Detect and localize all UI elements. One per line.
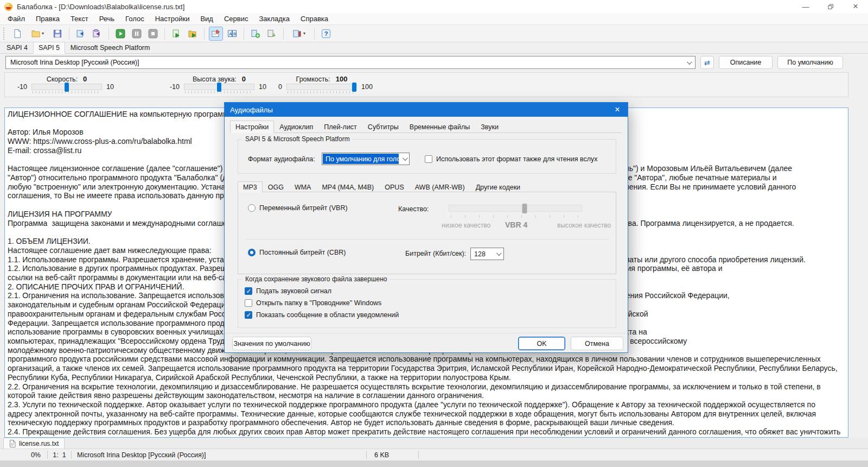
dialog-tab-2[interactable]: Плей-лист bbox=[318, 121, 362, 132]
sapi-format-group-title: SAPI 5 & Microsoft Speech Platform bbox=[242, 135, 353, 143]
menu-item-4[interactable]: Голос bbox=[120, 15, 150, 23]
cbr-radio[interactable] bbox=[248, 249, 256, 256]
checkbox[interactable] bbox=[245, 311, 252, 319]
menu-item-5[interactable]: Настройки bbox=[150, 15, 195, 23]
split-and-convert-icon bbox=[92, 29, 102, 39]
new-file-button[interactable] bbox=[10, 27, 24, 41]
pause-icon bbox=[132, 29, 142, 39]
status-progress: 0% bbox=[0, 451, 48, 459]
quality-label: Качество: bbox=[398, 205, 429, 213]
checkbox[interactable] bbox=[245, 299, 252, 307]
menu-item-7[interactable]: Сервис bbox=[219, 15, 254, 23]
on-complete-checkbox-row-0[interactable]: Подать звуковой сигнал bbox=[245, 287, 399, 295]
vbr-radio-row[interactable]: Переменный битрейт (VBR) bbox=[248, 204, 348, 212]
pitch-slider-thumb[interactable] bbox=[217, 83, 221, 92]
cancel-button[interactable]: Отмена bbox=[571, 337, 623, 350]
pitch-label: Высота звука: bbox=[193, 75, 237, 83]
quality-slider[interactable] bbox=[449, 205, 582, 212]
play-button[interactable] bbox=[113, 27, 127, 41]
use-format-checkbox[interactable] bbox=[425, 155, 432, 163]
codec-tab-4[interactable]: OPUS bbox=[379, 182, 409, 192]
read-clipboard-button[interactable] bbox=[169, 27, 183, 41]
volume-label: Громкость: bbox=[296, 75, 330, 83]
vbr-radio[interactable] bbox=[248, 204, 256, 212]
on-complete-checkbox-row-1[interactable]: Открыть папку в "Проводнике" Windows bbox=[245, 299, 399, 307]
add-to-dictionary-button[interactable] bbox=[248, 27, 263, 41]
dialog-tab-0[interactable]: Настройки bbox=[230, 121, 274, 133]
use-format-checkbox-row[interactable]: Использовать этот формат также для чтени… bbox=[425, 155, 597, 163]
dialog-close-button[interactable]: × bbox=[607, 103, 628, 117]
voice-selector-icon bbox=[292, 29, 302, 39]
menu-item-3[interactable]: Речь bbox=[94, 15, 120, 23]
codec-tab-6[interactable]: Другие кодеки bbox=[470, 182, 526, 192]
audio-files-settings-button[interactable] bbox=[209, 27, 223, 41]
menu-item-0[interactable]: Файл bbox=[2, 15, 30, 23]
dialog-tab-4[interactable]: Временные файлы bbox=[404, 121, 476, 132]
codec-tab-5[interactable]: AWB (AMR-WB) bbox=[410, 182, 470, 192]
volume-slider[interactable] bbox=[286, 84, 357, 90]
convert-files-button[interactable] bbox=[186, 27, 200, 41]
dialog-tab-5[interactable]: Звуки bbox=[475, 121, 504, 132]
speed-slider[interactable] bbox=[31, 84, 102, 90]
codec-tab-0[interactable]: MP3 bbox=[238, 181, 263, 193]
menu-item-6[interactable]: Вид bbox=[195, 15, 219, 23]
engine-tab-1[interactable]: SAPI 5 bbox=[33, 42, 65, 54]
menu-item-2[interactable]: Текст bbox=[65, 15, 94, 23]
pitch-slider[interactable] bbox=[184, 84, 254, 90]
audio-format-combobox[interactable]: По умолчанию для голоса bbox=[322, 153, 410, 165]
quality-high-label: высокое качество bbox=[557, 222, 611, 229]
on-complete-group-title: Когда сохранение звукового файла заверше… bbox=[242, 275, 390, 283]
checkbox[interactable] bbox=[245, 287, 252, 295]
menu-item-8[interactable]: Закладка bbox=[253, 15, 295, 23]
toolbar-separator bbox=[204, 28, 205, 40]
restore-button[interactable] bbox=[818, 0, 843, 13]
open-file-button[interactable]: ▾ bbox=[27, 27, 48, 41]
on-complete-checkbox-row-2[interactable]: Показать сообщение в области уведомлений bbox=[245, 311, 399, 319]
quality-slider-thumb[interactable] bbox=[522, 204, 527, 213]
voice-description-button[interactable]: Описание bbox=[719, 56, 773, 69]
close-button[interactable]: × bbox=[843, 0, 868, 13]
speed-slider-group: Скорость:0 -10 10 bbox=[9, 74, 124, 93]
split-and-convert-button[interactable] bbox=[90, 27, 104, 41]
dictionary-button[interactable]: AB bbox=[225, 27, 239, 41]
codec-tab-2[interactable]: WMA bbox=[289, 182, 317, 192]
toolbar-grip[interactable] bbox=[3, 28, 6, 40]
engine-tab-2[interactable]: Microsoft Speech Platform bbox=[65, 42, 156, 53]
dialog-tab-1[interactable]: Аудиоклип bbox=[274, 121, 318, 132]
dialog-title-bar[interactable]: Аудиофайлы × bbox=[225, 103, 628, 117]
dialog-buttons: Значения по умолчанию OK Отмена bbox=[232, 337, 623, 351]
speed-max-label: 10 bbox=[106, 84, 120, 91]
codec-tab-1[interactable]: OGG bbox=[263, 182, 289, 192]
stop-button[interactable] bbox=[146, 27, 160, 41]
refresh-voices-button[interactable]: ⇄ bbox=[700, 56, 714, 69]
read-clipboard-icon bbox=[171, 29, 181, 39]
export-dictionary-button[interactable] bbox=[265, 27, 279, 41]
document-tab[interactable]: license.rus.txt bbox=[3, 438, 65, 449]
voice-combobox[interactable]: Microsoft Irina Desktop [Русский (Россия… bbox=[5, 56, 695, 69]
minimize-button[interactable]: — bbox=[793, 0, 818, 13]
pause-button[interactable] bbox=[130, 27, 144, 41]
ok-button[interactable]: OK bbox=[518, 337, 565, 350]
engine-tab-0[interactable]: SAPI 4 bbox=[1, 42, 33, 53]
toolbar-separator bbox=[244, 28, 244, 40]
dialog-title: Аудиофайлы bbox=[230, 106, 273, 114]
menu-item-9[interactable]: Справка bbox=[295, 15, 334, 23]
bitrate-value: 128 bbox=[474, 250, 496, 258]
codec-tab-3[interactable]: MP4 (M4A, M4B) bbox=[316, 182, 379, 192]
volume-slider-thumb[interactable] bbox=[352, 83, 356, 92]
restore-icon bbox=[828, 4, 834, 10]
speed-slider-thumb[interactable] bbox=[65, 83, 69, 92]
menu-item-1[interactable]: Правка bbox=[30, 15, 65, 23]
bitrate-combobox[interactable]: 128 bbox=[470, 248, 504, 260]
dialog-tab-3[interactable]: Субтитры bbox=[362, 121, 404, 132]
cbr-radio-row[interactable]: Постоянный битрейт (CBR) bbox=[248, 249, 346, 256]
voice-selector-button[interactable]: ▾ bbox=[288, 27, 310, 41]
audio-format-value: По умолчанию для голоса bbox=[323, 154, 399, 164]
save-file-button[interactable] bbox=[50, 27, 65, 41]
save-audio-file-button[interactable] bbox=[74, 27, 88, 41]
stop-icon bbox=[148, 29, 158, 39]
defaults-button[interactable]: Значения по умолчанию bbox=[232, 337, 311, 350]
audio-files-dialog: Аудиофайлы × НастройкиАудиоклипПлей-лист… bbox=[224, 102, 628, 353]
help-button[interactable]: ? bbox=[319, 27, 333, 41]
voice-default-button[interactable]: По умолчанию bbox=[777, 56, 843, 69]
